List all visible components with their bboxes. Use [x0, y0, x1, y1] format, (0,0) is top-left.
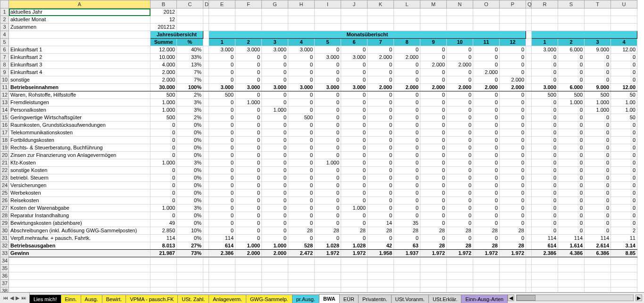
row-header[interactable]: 3	[0, 24, 9, 31]
row-header[interactable]: 11	[0, 84, 9, 91]
row-header[interactable]: 34	[0, 257, 9, 265]
row-header[interactable]: 15	[0, 114, 9, 122]
row-label[interactable]: Abschreibungen (inkl. Auflösung GWG-Samm…	[9, 227, 151, 235]
month-header[interactable]: 6	[341, 39, 368, 46]
right-header[interactable]	[532, 31, 637, 39]
row-label[interactable]: Fortbildungskosten	[9, 137, 151, 144]
scroll-left-icon[interactable]: ◀	[508, 295, 514, 301]
month-header[interactable]: 4	[288, 39, 315, 46]
row-label[interactable]: Reisekosten	[9, 197, 151, 205]
row-label[interactable]: Einkunftsart 3	[9, 61, 151, 69]
row-label[interactable]: Gewinn	[9, 250, 151, 257]
row-header[interactable]: 10	[0, 76, 9, 84]
sum-header[interactable]: Summe	[151, 39, 177, 46]
row-header[interactable]: 16	[0, 122, 9, 129]
month-header[interactable]: 3	[262, 39, 288, 46]
month-header[interactable]: 9	[420, 39, 447, 46]
row-header[interactable]: 24	[0, 182, 9, 189]
meta-value[interactable]: 12	[151, 16, 177, 24]
nav-next-icon[interactable]: ▶	[16, 295, 19, 301]
row-label[interactable]: Geringwertige Wirtschaftsgüter	[9, 114, 151, 122]
row-label[interactable]: Einkunftsart 4	[9, 69, 151, 76]
row-header[interactable]: 31	[0, 235, 9, 242]
column-header-O[interactable]: O	[473, 0, 500, 8]
row-label[interactable]: sonstige	[9, 76, 151, 84]
nav-prev-icon[interactable]: ◀	[10, 295, 14, 301]
row-label[interactable]: Personalkosten	[9, 106, 151, 114]
spreadsheet-area[interactable]: ABCDEFGHIJKLMNOPQRSTU1aktuelles Jahr2012…	[0, 0, 644, 292]
row-label[interactable]: Einkunftsart 2	[9, 54, 151, 61]
nav-last-icon[interactable]: ⏭	[21, 295, 26, 301]
row-header[interactable]: 35	[0, 265, 9, 272]
column-header-G[interactable]: G	[262, 0, 288, 8]
row-header[interactable]: 4	[0, 31, 9, 39]
row-label[interactable]: Werbekosten	[9, 189, 151, 197]
right-month-header[interactable]: 2	[558, 39, 585, 46]
horizontal-scrollbar[interactable]: ◀ ▶	[508, 293, 644, 303]
row-header[interactable]: 37	[0, 280, 9, 287]
row-header[interactable]: 22	[0, 167, 9, 174]
row-label[interactable]: Bewirtungskosten (abziehbare)	[9, 220, 151, 227]
row-header[interactable]: 20	[0, 152, 9, 159]
row-header[interactable]: 18	[0, 137, 9, 144]
month-header[interactable]: 12	[500, 39, 526, 46]
row-label[interactable]: Einkunftsart 1	[9, 46, 151, 54]
column-header-H[interactable]: H	[288, 0, 315, 8]
row-header[interactable]: 26	[0, 197, 9, 205]
meta-value[interactable]: 2012	[151, 8, 177, 16]
sheet-tab[interactable]: USt.Erklär.	[428, 295, 462, 303]
right-month-header[interactable]: 3	[585, 39, 611, 46]
row-header[interactable]: 38	[0, 287, 9, 293]
month-header[interactable]: 5	[315, 39, 341, 46]
row-header[interactable]: 27	[0, 205, 9, 212]
sheet-tab[interactable]: GWG-Sammelp.	[246, 295, 293, 303]
sheet-tab[interactable]: Privatentn.	[358, 295, 392, 303]
sheet-tab[interactable]: EÜR	[339, 295, 359, 303]
column-header-E[interactable]: E	[209, 0, 235, 8]
worksheet-grid[interactable]: ABCDEFGHIJKLMNOPQRSTU1aktuelles Jahr2012…	[0, 0, 637, 292]
row-header[interactable]: 30	[0, 227, 9, 235]
row-header[interactable]: 2	[0, 16, 9, 24]
column-header-N[interactable]: N	[447, 0, 473, 8]
month-header[interactable]: 11	[473, 39, 500, 46]
row-header[interactable]: 28	[0, 212, 9, 220]
nav-first-icon[interactable]: ⏮	[3, 295, 8, 301]
row-label[interactable]: Raumkosten, Grundstücksaufwendungen	[9, 122, 151, 129]
sheet-tab[interactable]: Anlageverm.	[209, 295, 246, 303]
right-month-header[interactable]: 4	[611, 39, 637, 46]
meta-label[interactable]: Zusammen	[9, 24, 151, 31]
monthly-header[interactable]: Monatsüberischt	[209, 31, 526, 39]
column-header-P[interactable]: P	[500, 0, 526, 8]
row-header[interactable]: 21	[0, 159, 9, 167]
pct-header[interactable]: %	[177, 39, 203, 46]
column-header-C[interactable]: C	[177, 0, 203, 8]
sheet-tab[interactable]: USt.Voranm.	[391, 295, 429, 303]
column-header-B[interactable]: B	[151, 0, 177, 8]
row-header[interactable]: 32	[0, 242, 9, 250]
row-label[interactable]: Betriebsausgaben	[9, 242, 151, 250]
sheet-tab[interactable]: Einn.	[61, 295, 81, 303]
row-header[interactable]: 13	[0, 99, 9, 106]
row-header[interactable]: 17	[0, 129, 9, 137]
row-label[interactable]: Fremdleistungen	[9, 99, 151, 106]
row-label[interactable]: betriebl. Steuern	[9, 174, 151, 182]
meta-label[interactable]: aktuelles Jahr	[9, 8, 151, 16]
annual-header[interactable]: Jahresübersicht	[151, 31, 203, 39]
row-header[interactable]: 1	[0, 8, 9, 16]
column-header-S[interactable]: S	[558, 0, 585, 8]
row-header[interactable]: 33	[0, 250, 9, 257]
row-label[interactable]: sonstige Kosten	[9, 167, 151, 174]
row-header[interactable]: 23	[0, 174, 9, 182]
sheet-tab[interactable]: Einn-Ausg-Arten	[461, 295, 508, 303]
column-header-U[interactable]: U	[611, 0, 637, 8]
row-header[interactable]: 29	[0, 220, 9, 227]
column-header-J[interactable]: J	[341, 0, 368, 8]
row-label[interactable]: Kosten der Warenabgabe	[9, 205, 151, 212]
sheet-tab[interactable]: VPMA - pausch.FK	[125, 295, 178, 303]
month-header[interactable]: 8	[394, 39, 420, 46]
sheet-tab[interactable]: Ausg.	[81, 295, 102, 303]
column-header-A[interactable]: A	[9, 0, 151, 8]
scroll-right-icon[interactable]: ▶	[636, 295, 642, 301]
month-header[interactable]: 2	[235, 39, 262, 46]
row-header[interactable]: 5	[0, 39, 9, 46]
